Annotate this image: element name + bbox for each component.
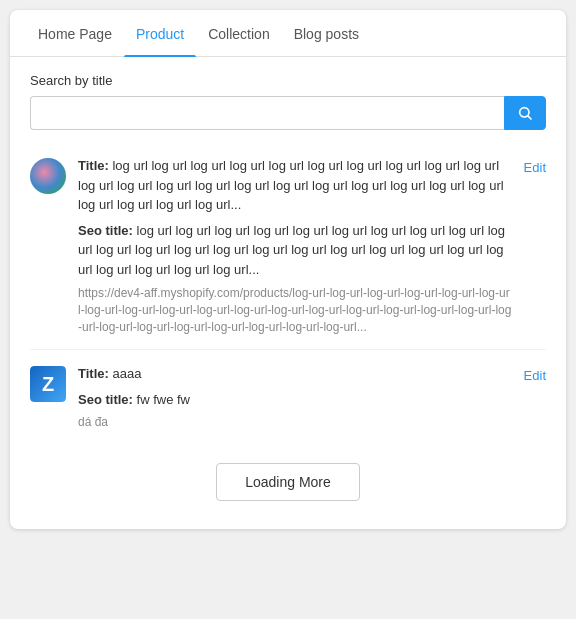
main-card: Home Page Product Collection Blog posts … [10,10,566,529]
edit-button[interactable]: Edit [524,160,546,175]
tab-bar: Home Page Product Collection Blog posts [10,10,566,57]
edit-col: Edit [524,364,546,384]
loading-more-button[interactable]: Loading More [216,463,360,501]
product-title: Title: log url log url log url log url l… [78,156,512,215]
product-item: Z Title: aaaa Seo title: fw fwe fw dá đa… [30,350,546,443]
search-button[interactable] [504,96,546,130]
product-seo: Seo title: fw fwe fw [78,390,512,410]
avatar-image [30,158,66,194]
product-subtitle: dá đa [78,415,512,429]
tab-blog[interactable]: Blog posts [282,10,371,56]
svg-line-1 [528,116,531,119]
avatar-image: Z [30,366,66,402]
avatar: Z [30,366,66,402]
product-item: Title: log url log url log url log url l… [30,142,546,350]
loading-more-row: Loading More [10,443,566,505]
product-list: Title: log url log url log url log url l… [10,142,566,443]
product-url: https://dev4-aff.myshopify.com/products/… [78,285,512,335]
search-icon [517,105,533,121]
tab-collection[interactable]: Collection [196,10,281,56]
search-input[interactable] [30,96,504,130]
product-title: Title: aaaa [78,364,512,384]
tab-product[interactable]: Product [124,10,196,56]
product-content: Title: aaaa Seo title: fw fwe fw dá đa [78,364,512,429]
edit-button[interactable]: Edit [524,368,546,383]
search-label: Search by title [30,73,546,88]
tab-home[interactable]: Home Page [26,10,124,56]
edit-col: Edit [524,156,546,176]
product-seo: Seo title: log url log url log url log u… [78,221,512,280]
search-row [30,96,546,130]
search-area: Search by title [10,57,566,142]
product-content: Title: log url log url log url log url l… [78,156,512,335]
avatar [30,158,66,194]
